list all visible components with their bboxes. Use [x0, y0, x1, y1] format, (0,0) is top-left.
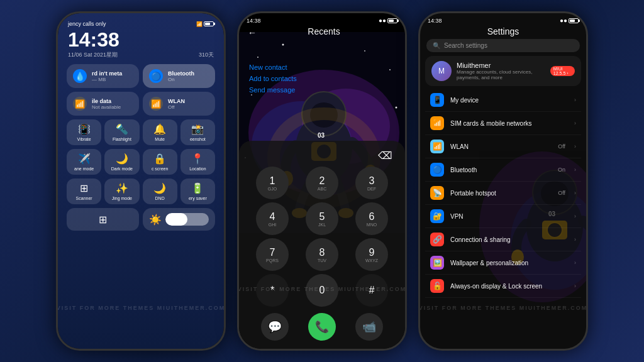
setting-sim[interactable]: 📶 SIM cards & mobile networks ›	[425, 112, 581, 135]
flashlight-icon: 🔦	[116, 123, 128, 135]
dnd-btn[interactable]: 🌙 DND	[143, 178, 177, 204]
search-icon: 🔍	[433, 42, 440, 49]
batterysaver-btn[interactable]: 🔋 ery saver	[180, 178, 215, 204]
scanner-icon: ⊞	[80, 182, 88, 194]
add-to-contacts-btn[interactable]: Add to contacts	[249, 73, 395, 84]
dnd-icon: 🌙	[153, 182, 166, 194]
p2-time: 14:38	[247, 18, 261, 24]
lockscreen-icon: 🔒	[153, 153, 166, 165]
apps-btn[interactable]: ⊞	[67, 208, 139, 231]
p2-status-icons: ●●	[379, 17, 397, 24]
p1-wlan-tile[interactable]: 📶 WLAN Off	[143, 92, 215, 116]
setting-vpn[interactable]: 🔐 VPN ›	[425, 205, 581, 228]
vpn-icon: 🔐	[430, 209, 444, 223]
video-btn[interactable]: 📹	[355, 313, 383, 341]
p1-toggle-row2: 📶 ile data Not available 📶 WLAN Off	[63, 92, 219, 119]
p3-top-bar: 14:38 ●●	[420, 13, 586, 25]
bluetooth-icon: 🔵	[149, 69, 163, 83]
key-9[interactable]: 9WXYZ	[355, 238, 388, 271]
bluetooth-icon-2: 🔵	[430, 163, 444, 177]
darkmode-icon: 🌙	[116, 153, 128, 165]
message-btn[interactable]: 💬	[261, 313, 289, 341]
p1-bluetooth-tile[interactable]: 🔵 Bluetooth On	[143, 64, 215, 88]
p2-content: 14:38 ●● ← Recents New contact Add to co…	[239, 13, 405, 349]
p1-bottom-row: ⊞ ☀️	[63, 208, 219, 234]
airplane-icon: ✈️	[78, 153, 91, 165]
data-icon: 💧	[73, 69, 87, 83]
chevron-icon-7: ›	[574, 236, 576, 243]
hotspot-icon: 📡	[430, 186, 444, 200]
p1-date: 11/06 Sat 2021星期 310天	[63, 50, 219, 64]
mute-icon: 🔔	[153, 123, 166, 135]
jingmode-icon: ✨	[116, 182, 128, 194]
key-3[interactable]: 3DEF	[355, 167, 388, 199]
p3-account-tile[interactable]: M Miuithemer Manage accounts, cloud serv…	[425, 56, 581, 86]
setting-wlan[interactable]: 📶 WLAN Off ›	[425, 135, 581, 158]
batterysaver-icon: 🔋	[191, 182, 204, 194]
setting-lockscreen[interactable]: 🔓 Always-on display & Lock screen ›	[425, 275, 581, 298]
sun-icon: ☀️	[149, 214, 162, 226]
search-placeholder: Search settings	[444, 42, 487, 49]
screenshot-icon: 📸	[191, 123, 204, 135]
p2-top-bar: 14:38 ●●	[239, 13, 405, 25]
jingmode-btn[interactable]: ✨ Jing mode	[104, 178, 139, 204]
chevron-icon-9: ›	[574, 283, 576, 289]
p2-dialer-area: ⌫ 1GJO 2ABC 3DEF 4GHI 5JKL 6MNO 7PQRS 8T…	[239, 141, 405, 349]
darkmode-btn[interactable]: 🌙 Dark mode	[104, 149, 139, 175]
key-1[interactable]: 1GJO	[256, 167, 289, 199]
lockscreen-btn[interactable]: 🔒 c screen	[143, 149, 177, 175]
key-7[interactable]: 7PQRS	[256, 238, 289, 271]
location-btn[interactable]: 📍 Location	[180, 149, 215, 175]
p1-icon-grid-1: 📳 Vibrate 🔦 Flashlight 🔔 Mute 📸 eenshot	[63, 119, 219, 149]
chevron-icon-4: ›	[574, 167, 576, 173]
delete-icon[interactable]: ⌫	[378, 150, 392, 162]
p3-time: 14:38	[428, 18, 442, 24]
p3-title: Settings	[420, 25, 586, 39]
wlan-icon-2: 📶	[430, 140, 444, 153]
setting-connection[interactable]: 🔗 Connection & sharing ›	[425, 228, 581, 251]
key-5[interactable]: 5JKL	[306, 202, 338, 235]
p1-icon-grid-3: ⊞ Scanner ✨ Jing mode 🌙 DND 🔋 ery saver	[63, 178, 219, 208]
mute-btn[interactable]: 🔔 Mute	[143, 119, 177, 145]
phone-1: jency calls only 📶 14:38 11/06 Sat 2021星…	[56, 11, 226, 351]
sim-icon: 📶	[430, 116, 444, 130]
p2-bottom-actions: 💬 📞 📹	[245, 309, 399, 346]
call-btn[interactable]: 📞	[308, 313, 336, 341]
key-8[interactable]: 8TUV	[306, 238, 338, 271]
brightness-tile[interactable]: ☀️	[143, 208, 215, 231]
watermark-3: VISIT FOR MORE THEMES MIUITHEMER.COM	[420, 305, 586, 311]
chevron-icon-2: ›	[574, 120, 576, 126]
brightness-slider[interactable]	[165, 213, 209, 226]
p1-toggle-row1: 💧 rd in't meta — MB 🔵 Bluetooth On	[63, 64, 219, 92]
p1-icon-grid-2: ✈️ ane mode 🌙 Dark mode 🔒 c screen 📍 Loc…	[63, 149, 219, 178]
location-icon: 📍	[191, 153, 204, 165]
p2-back-btn[interactable]: ←	[244, 26, 260, 39]
p3-search-bar[interactable]: 🔍 Search settings	[426, 39, 580, 52]
p1-data-tile[interactable]: 💧 rd in't meta — MB	[67, 64, 139, 88]
setting-hotspot[interactable]: 📡 Portable hotspot Off ›	[425, 182, 581, 205]
chevron-icon-8: ›	[574, 260, 576, 266]
screenshot-btn[interactable]: 📸 eenshot	[180, 119, 215, 145]
vibrate-btn[interactable]: 📳 Vibrate	[67, 119, 101, 145]
vibrate-icon: 📳	[78, 123, 91, 135]
key-4[interactable]: 4GHI	[256, 202, 289, 235]
p3-content: 14:38 ●● Settings 🔍 Search settings M	[420, 13, 586, 349]
setting-bluetooth[interactable]: 🔵 Bluetooth On ›	[425, 158, 581, 182]
setting-my-device[interactable]: 📱 My device ›	[425, 89, 581, 112]
p3-account-avatar: M	[431, 61, 452, 81]
mobiledata-icon: 📶	[73, 97, 87, 111]
p1-mobiledata-tile[interactable]: 📶 ile data Not available	[67, 92, 139, 116]
connection-icon: 🔗	[430, 233, 444, 246]
new-contact-btn[interactable]: New contact	[249, 62, 395, 73]
key-2[interactable]: 2ABC	[306, 167, 338, 199]
airplane-btn[interactable]: ✈️ ane mode	[67, 149, 101, 175]
send-message-btn[interactable]: Send message	[249, 84, 395, 96]
key-6[interactable]: 6MNO	[355, 202, 388, 235]
p2-contact-actions: New contact Add to contacts Send message	[239, 43, 405, 101]
setting-wallpaper[interactable]: 🖼️ Wallpaper & personalization ›	[425, 251, 581, 275]
watermark-1: VISIT FOR MORE THEMES MIUITHEMER.COM	[58, 305, 224, 311]
phone-3: 03 14:38 ●● Settings 🔍 Search settings	[418, 11, 588, 351]
flashlight-btn[interactable]: 🔦 Flashlight	[104, 119, 139, 145]
p2-display: ⌫	[245, 147, 399, 164]
scanner-btn[interactable]: ⊞ Scanner	[67, 178, 101, 204]
